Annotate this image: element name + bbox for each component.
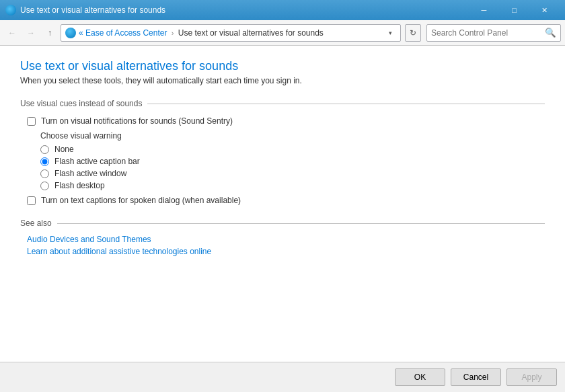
radio-none[interactable] xyxy=(40,145,49,154)
see-also-header: See also xyxy=(20,219,545,228)
back-button[interactable]: ← xyxy=(4,25,20,41)
breadcrumb-separator: › xyxy=(172,29,174,37)
radio-window[interactable] xyxy=(40,169,49,178)
visual-warning-subsection: Choose visual warning None Flash active … xyxy=(20,131,545,190)
apply-button[interactable]: Apply xyxy=(506,368,557,386)
address-dropdown-button[interactable]: ▾ xyxy=(384,25,396,41)
radio-caption-label[interactable]: Flash active caption bar xyxy=(54,157,140,166)
title-bar-controls: ─ □ ✕ xyxy=(469,0,560,20)
search-input[interactable] xyxy=(431,28,542,38)
page-title: Use text or visual alternatives for soun… xyxy=(20,59,545,73)
radio-caption[interactable] xyxy=(40,157,49,166)
radio-desktop-label[interactable]: Flash desktop xyxy=(54,181,105,190)
nav-bar: ← → ↑ « Ease of Access Center › Use text… xyxy=(0,20,565,46)
sound-sentry-label[interactable]: Turn on visual notifications for sounds … xyxy=(41,116,233,126)
breadcrumb-current: Use text or visual alternatives for soun… xyxy=(178,28,324,38)
breadcrumb-root: « Ease of Access Center › Use text or vi… xyxy=(79,28,324,38)
ok-button[interactable]: OK xyxy=(395,368,445,386)
radio-window-label[interactable]: Flash active window xyxy=(54,169,126,178)
see-also-section: See also Audio Devices and Sound Themes … xyxy=(20,219,545,256)
radio-window-row: Flash active window xyxy=(40,169,545,178)
sound-sentry-checkbox[interactable] xyxy=(27,117,36,126)
audio-devices-link[interactable]: Audio Devices and Sound Themes xyxy=(20,235,545,244)
globe-icon xyxy=(65,28,76,38)
title-bar: Use text or visual alternatives for soun… xyxy=(0,0,565,20)
address-bar: « Ease of Access Center › Use text or vi… xyxy=(61,24,401,42)
text-captions-row: Turn on text captions for spoken dialog … xyxy=(20,196,545,205)
radio-desktop[interactable] xyxy=(40,182,49,190)
maximize-button[interactable]: □ xyxy=(499,0,529,20)
radio-desktop-row: Flash desktop xyxy=(40,181,545,190)
cancel-button[interactable]: Cancel xyxy=(451,368,501,386)
forward-button[interactable]: → xyxy=(23,25,39,41)
bottom-bar: OK Cancel Apply xyxy=(0,362,565,392)
refresh-button[interactable]: ↻ xyxy=(405,24,421,42)
sound-sentry-row: Turn on visual notifications for sounds … xyxy=(20,116,545,126)
up-button[interactable]: ↑ xyxy=(42,25,58,41)
text-captions-checkbox[interactable] xyxy=(27,196,36,205)
title-bar-text: Use text or visual alternatives for soun… xyxy=(20,5,469,15)
assistive-tech-link[interactable]: Learn about additional assistive technol… xyxy=(20,247,545,256)
text-captions-label[interactable]: Turn on text captions for spoken dialog … xyxy=(41,196,241,205)
search-button[interactable]: 🔍 xyxy=(545,28,556,38)
radio-none-label[interactable]: None xyxy=(54,145,74,154)
close-button[interactable]: ✕ xyxy=(529,0,560,20)
radio-none-row: None xyxy=(40,145,545,154)
breadcrumb-ease-access[interactable]: « Ease of Access Center xyxy=(79,28,167,38)
app-icon xyxy=(5,5,16,15)
page-subtitle: When you select these tools, they will a… xyxy=(20,76,545,85)
radio-caption-row: Flash active caption bar xyxy=(40,157,545,166)
visual-warning-label: Choose visual warning xyxy=(40,131,545,141)
search-box: 🔍 xyxy=(426,24,561,42)
main-content: Use text or visual alternatives for soun… xyxy=(0,46,565,362)
minimize-button[interactable]: ─ xyxy=(469,0,499,20)
section1-header: Use visual cues instead of sounds xyxy=(20,99,545,108)
